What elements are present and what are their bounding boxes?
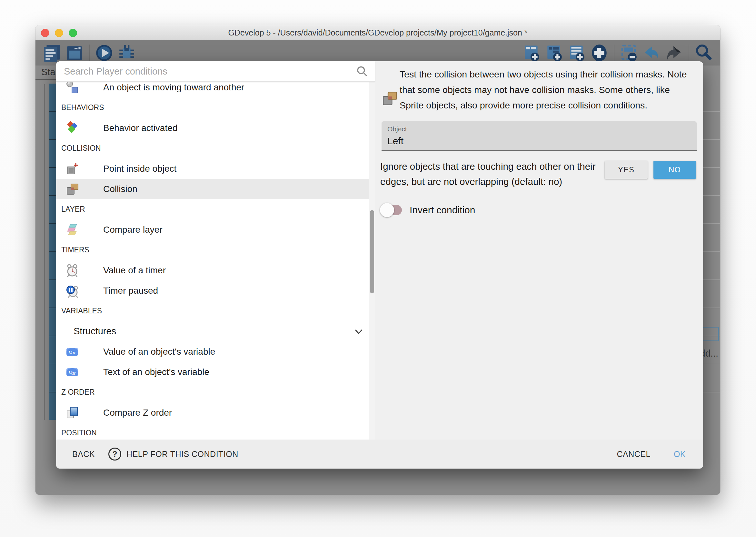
point-inside-object-icon (65, 162, 79, 176)
section-header: VARIABLES (56, 301, 375, 321)
condition-detail-pane: Test the collision between two objects u… (375, 61, 703, 439)
back-button[interactable]: BACK (72, 450, 95, 459)
chevron-down-icon (354, 327, 363, 336)
toolbar-separator (89, 45, 90, 61)
condition-item[interactable]: VarText of an object's variable (56, 362, 370, 382)
condition-item[interactable]: Collision (56, 179, 370, 199)
variable-icon: Var (65, 345, 79, 359)
list-scrollbar[interactable] (369, 82, 375, 439)
accordion-label: Structures (74, 326, 116, 337)
collision-icon (381, 90, 398, 107)
svg-text:Var: Var (68, 370, 76, 376)
condition-editor-dialog: An object is moving toward anotherBEHAVI… (56, 61, 703, 469)
toggle-knob[interactable] (380, 203, 394, 217)
svg-text:Var: Var (68, 350, 76, 356)
play-icon[interactable] (95, 44, 114, 62)
search-input[interactable] (56, 66, 356, 77)
condition-item-label: Compare Z order (103, 408, 172, 418)
timer-paused-icon (65, 284, 79, 298)
debug-icon[interactable] (117, 44, 136, 62)
add-circle-icon[interactable] (590, 44, 609, 62)
condition-item-label: Behavior activated (103, 123, 177, 133)
conditions-list: An object is moving toward anotherBEHAVI… (56, 82, 375, 439)
section-header: COLLISION (56, 138, 375, 158)
add-event-icon[interactable] (522, 44, 541, 62)
condition-item-label: Text of an object's variable (103, 367, 209, 377)
condition-item[interactable]: Behavior activated (56, 118, 370, 138)
invert-condition-toggle[interactable] (381, 205, 402, 215)
collision-icon (65, 182, 79, 196)
condition-item[interactable]: Value of a timer (56, 260, 370, 280)
condition-item-label: Collision (103, 184, 137, 194)
condition-item[interactable]: Compare layer (56, 220, 370, 240)
condition-item-label: Compare layer (103, 225, 163, 235)
condition-item-label: An object is moving toward another (103, 82, 244, 93)
add-subevent-icon[interactable] (545, 44, 563, 62)
events-border-line (44, 84, 45, 420)
accordion-structures[interactable]: Structures (56, 321, 375, 342)
condition-item[interactable]: Timer paused (56, 280, 370, 301)
scrollbar-thumb[interactable] (370, 210, 374, 293)
timer-icon (65, 263, 79, 277)
dialog-footer: BACK ? HELP FOR THIS CONDITION CANCEL OK (56, 439, 703, 469)
object-field-label: Object (387, 125, 697, 133)
condition-item[interactable]: Compare Z order (56, 402, 370, 423)
delete-event-icon[interactable] (620, 44, 638, 62)
ok-button[interactable]: OK (674, 450, 686, 459)
variable-icon: Var (65, 365, 79, 379)
window-title: GDevelop 5 - /Users/david/Documents/GDev… (35, 25, 720, 40)
search-toolbar-icon[interactable] (695, 44, 713, 62)
condition-item-label: Point inside object (103, 164, 176, 174)
object-field[interactable]: Object Left (382, 121, 697, 151)
titlebar: GDevelop 5 - /Users/david/Documents/GDev… (35, 25, 720, 40)
condition-item-label: Value of a timer (103, 265, 166, 275)
ignore-edges-label: Ignore objects that are touching each ot… (380, 159, 598, 189)
condition-item[interactable]: Point inside object (56, 158, 370, 179)
scene-editor-icon[interactable] (65, 44, 84, 62)
no-button[interactable]: NO (654, 161, 696, 179)
undo-icon[interactable] (642, 44, 661, 62)
condition-description: Test the collision between two objects u… (399, 66, 689, 113)
search-bar (56, 61, 375, 82)
behavior-icon (65, 121, 79, 135)
condition-item[interactable]: VarValue of an object's variable (56, 342, 370, 362)
cancel-button[interactable]: CANCEL (617, 450, 650, 459)
section-header: LAYER (56, 199, 375, 220)
section-header: POSITION (56, 423, 375, 439)
help-button[interactable]: ? HELP FOR THIS CONDITION (108, 448, 238, 461)
section-header: Z ORDER (56, 382, 375, 402)
condition-item-label: Value of an object's variable (103, 347, 215, 357)
yes-button[interactable]: YES (605, 161, 648, 179)
z-order-icon (65, 406, 79, 420)
conditions-list-pane: An object is moving toward anotherBEHAVI… (56, 61, 375, 439)
toolbar-separator (689, 45, 689, 61)
help-button-label: HELP FOR THIS CONDITION (127, 450, 238, 459)
redo-icon[interactable] (665, 44, 683, 62)
object-moving-toward-icon (65, 82, 79, 95)
project-manager-icon[interactable] (43, 44, 61, 62)
add-comment-icon[interactable] (567, 44, 586, 62)
help-icon: ? (108, 448, 121, 461)
scene-tab-label: Sta (41, 67, 56, 77)
selected-event-outline (701, 327, 719, 341)
section-header: BEHAVIORS (56, 98, 375, 118)
condition-item-label: Timer paused (103, 286, 158, 296)
section-header: TIMERS (56, 240, 375, 260)
object-field-value: Left (387, 136, 697, 146)
compare-layer-icon (65, 223, 79, 237)
invert-condition-label: Invert condition (410, 205, 475, 216)
condition-item[interactable]: An object is moving toward another (56, 82, 370, 98)
toolbar-separator (614, 45, 614, 61)
desktop: GDevelop 5 - /Users/david/Documents/GDev… (0, 0, 756, 537)
search-icon (356, 65, 368, 77)
